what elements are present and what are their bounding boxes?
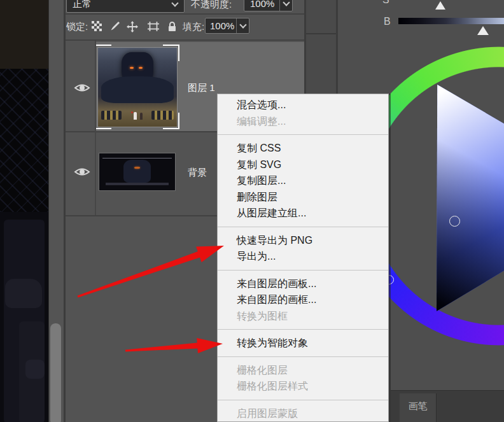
- saturation-label: S: [382, 0, 389, 6]
- fill-value: 100%: [206, 20, 236, 31]
- thumbnail-art: [123, 160, 151, 183]
- color-selection-cursor[interactable]: [449, 216, 460, 227]
- thumbnail-art: [106, 183, 169, 185]
- context-menu: 混合选项...编辑调整...复制 CSS复制 SVG复制图层...删除图层从图层…: [217, 94, 389, 422]
- thumbnail-art: [134, 167, 141, 169]
- menu-separator: [218, 270, 388, 271]
- thumbnail-art: [102, 158, 172, 158]
- opacity-dropdown-button[interactable]: [279, 0, 292, 11]
- vertical-scrollbar-thumb[interactable]: [50, 323, 61, 422]
- thumbnail-art: [130, 67, 134, 69]
- layer-name[interactable]: 图层 1: [188, 82, 215, 94]
- selection-bracket: [163, 45, 179, 61]
- visibility-eye-icon[interactable]: [73, 165, 91, 178]
- menu-separator: [218, 329, 388, 330]
- blend-mode-dropdown[interactable]: 正常: [66, 0, 185, 13]
- menu-item[interactable]: 复制 CSS: [218, 140, 388, 157]
- menu-separator: [218, 356, 388, 357]
- menu-item[interactable]: 从图层建立组...: [218, 205, 388, 222]
- menu-item[interactable]: 混合选项...: [218, 97, 388, 113]
- chevron-down-icon: [283, 0, 290, 6]
- lock-label: 锁定:: [66, 21, 88, 33]
- tab-brush[interactable]: 画笔: [400, 393, 437, 422]
- brush-tab-label: 画笔: [409, 400, 428, 422]
- visibility-eye-icon[interactable]: [73, 81, 91, 94]
- thumbnail-art: [140, 113, 143, 120]
- canvas-image-shape: [25, 360, 45, 379]
- opacity-label: 不透明度:: [191, 0, 232, 11]
- opacity-value: 100%: [244, 0, 279, 9]
- blend-mode-value: 正常: [67, 0, 172, 10]
- thumbnail-art: [134, 112, 137, 120]
- chevron-down-icon: [239, 21, 246, 28]
- menu-item[interactable]: 导出为...: [218, 248, 388, 265]
- lock-transparent-pixels-icon[interactable]: [92, 21, 102, 34]
- selection-bracket: [95, 45, 111, 61]
- canvas-dark-area: [0, 0, 48, 69]
- opacity-dropdown[interactable]: 100%: [244, 0, 293, 11]
- fill-dropdown[interactable]: 100%: [205, 18, 249, 34]
- document-canvas[interactable]: [0, 0, 48, 422]
- menu-separator: [218, 134, 388, 135]
- menu-item: 转换为图框: [218, 308, 388, 325]
- selection-bracket: [163, 113, 179, 129]
- menu-separator: [218, 227, 388, 227]
- layer-thumbnail[interactable]: [99, 153, 176, 191]
- brightness-label: B: [384, 16, 391, 27]
- menu-separator: [218, 400, 388, 400]
- menu-item[interactable]: 复制图层...: [218, 172, 388, 189]
- lock-artboard-icon[interactable]: [147, 21, 160, 34]
- menu-item[interactable]: 复制 SVG: [218, 157, 388, 173]
- thumbnail-art: [101, 76, 174, 103]
- menu-item: 栅格化图层样式: [218, 378, 388, 395]
- menu-item[interactable]: 删除图层: [218, 189, 388, 206]
- menu-item[interactable]: 来自图层的画框...: [218, 292, 388, 308]
- menu-item[interactable]: 转换为智能对象: [218, 335, 388, 351]
- divider: [66, 13, 304, 15]
- menu-item: 栅格化图层: [218, 362, 388, 379]
- lock-image-pixels-icon[interactable]: [109, 21, 120, 34]
- fill-label: 填充:: [183, 21, 204, 33]
- selection-bracket: [95, 113, 111, 129]
- eye-column-divider: [95, 41, 96, 216]
- divider: [66, 39, 304, 41]
- canvas-image-texture: [0, 69, 48, 212]
- fill-dropdown-button[interactable]: [236, 18, 249, 33]
- menu-item[interactable]: 来自图层的画板...: [218, 276, 388, 292]
- brightness-slider-track[interactable]: [398, 18, 504, 24]
- chevron-down-icon: [171, 0, 178, 6]
- menu-item[interactable]: 快速导出为 PNG: [218, 232, 388, 249]
- menu-item: 编辑调整...: [218, 113, 388, 130]
- canvas-image-shape: [5, 279, 42, 308]
- layer-name[interactable]: 背景: [188, 167, 207, 179]
- lock-position-icon[interactable]: [127, 21, 138, 35]
- menu-item: 启用图层蒙版: [218, 405, 388, 422]
- photoshop-window: 正常 不透明度: 100% 锁定: 填充: 100%: [0, 0, 504, 422]
- thumbnail-art: [131, 111, 133, 113]
- divider: [306, 33, 336, 34]
- lock-all-icon[interactable]: [167, 21, 177, 34]
